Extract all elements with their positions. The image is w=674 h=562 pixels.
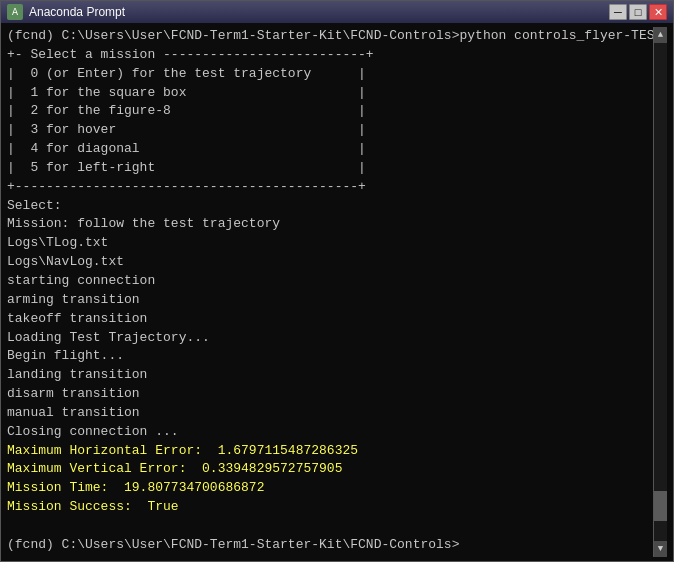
terminal-line: | 2 for the figure-8 | [7,103,366,118]
terminal-line: Mission: follow the test trajectory [7,216,280,231]
window: A Anaconda Prompt ─ □ ✕ (fcnd) C:\Users\… [0,0,674,562]
terminal-line: landing transition [7,367,147,382]
window-controls: ─ □ ✕ [609,4,667,20]
terminal-body: (fcnd) C:\Users\User\FCND-Term1-Starter-… [1,23,673,561]
terminal-line: manual transition [7,405,140,420]
terminal-line: | 0 (or Enter) for the test trajectory | [7,66,366,81]
scroll-up-button[interactable]: ▲ [654,27,667,43]
terminal-line: disarm transition [7,386,140,401]
maximize-button[interactable]: □ [629,4,647,20]
terminal-line: +---------------------------------------… [7,179,366,194]
terminal-line: Logs\TLog.txt [7,235,108,250]
scrollbar[interactable]: ▲ ▼ [653,27,667,557]
terminal-line: takeoff transition [7,311,147,326]
terminal-line: Closing connection ... [7,424,179,439]
terminal-content[interactable]: (fcnd) C:\Users\User\FCND-Term1-Starter-… [7,27,653,557]
terminal-line: (fcnd) C:\Users\User\FCND-Term1-Starter-… [7,537,459,552]
scrollbar-track[interactable] [654,43,667,541]
window-title: Anaconda Prompt [29,5,609,19]
terminal-line: starting connection [7,273,155,288]
scrollbar-thumb[interactable] [654,491,667,521]
terminal-line: | 5 for left-right | [7,160,366,175]
terminal-line: +- Select a mission --------------------… [7,47,374,62]
terminal-line: Logs\NavLog.txt [7,254,124,269]
close-button[interactable]: ✕ [649,4,667,20]
terminal-line: Maximum Horizontal Error: 1.679711548728… [7,443,358,458]
app-icon: A [7,4,23,20]
title-bar: A Anaconda Prompt ─ □ ✕ [1,1,673,23]
terminal-line: Select: [7,198,62,213]
terminal-line: Begin flight... [7,348,124,363]
terminal-line: | 4 for diagonal | [7,141,366,156]
terminal-line: (fcnd) C:\Users\User\FCND-Term1-Starter-… [7,28,653,43]
terminal-line: Loading Test Trajectory... [7,330,210,345]
terminal-line: Maximum Vertical Error: 0.33948295727579… [7,461,342,476]
terminal-line: | 1 for the square box | [7,85,366,100]
scroll-down-button[interactable]: ▼ [654,541,667,557]
minimize-button[interactable]: ─ [609,4,627,20]
terminal-line: Mission Success: True [7,499,179,514]
terminal-line: arming transition [7,292,140,307]
terminal-line: Mission Time: 19.807734700686872 [7,480,264,495]
terminal-line: | 3 for hover | [7,122,366,137]
